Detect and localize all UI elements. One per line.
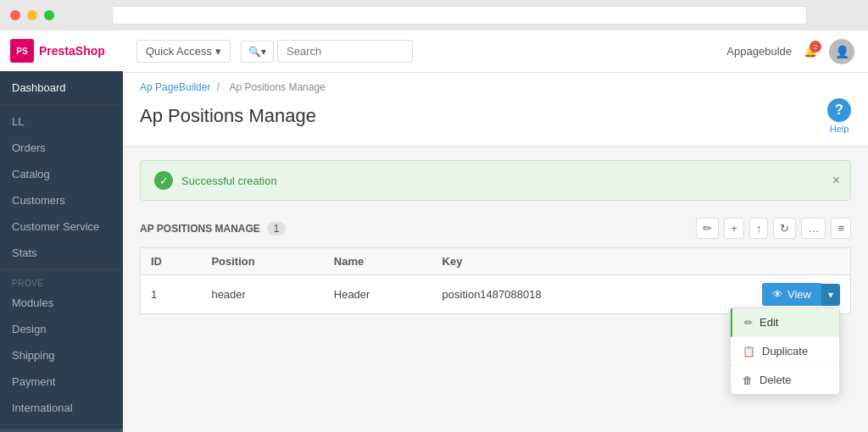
add-action-button[interactable]: + — [724, 218, 744, 239]
avatar[interactable]: 👤 — [829, 39, 854, 64]
sidebar-item-modules[interactable]: Modules — [0, 290, 123, 316]
sidebar-item-catalog[interactable]: Catalog — [0, 161, 123, 187]
upload-action-button[interactable]: ↑ — [749, 218, 769, 239]
sidebar-item-international[interactable]: International — [0, 395, 123, 421]
caret-down-icon: ▾ — [215, 45, 221, 58]
breadcrumb-separator: / — [217, 81, 223, 93]
breadcrumb-parent[interactable]: Ap PageBuilder — [140, 81, 210, 93]
sidebar-item-customer-service[interactable]: Customer Service — [0, 213, 123, 240]
sidebar-item-ap-pagebuilder[interactable]: Ap PageBuilder — [0, 429, 123, 432]
cell-position: header — [201, 275, 323, 314]
delete-dropdown-icon: 🗑 — [743, 374, 753, 386]
view-dropdown-toggle[interactable]: ▾ — [821, 284, 840, 306]
sidebar-item-stats[interactable]: Stats — [0, 240, 123, 266]
success-alert: ✓ Successful creation × — [140, 160, 851, 201]
table-title-row: AP POSITIONS MANAGE 1 — [140, 222, 286, 235]
titlebar — [0, 0, 868, 30]
view-label: View — [787, 288, 811, 301]
sidebar-item-design[interactable]: Design — [0, 316, 123, 342]
help-circle-icon: ? — [827, 98, 851, 122]
username-label: Appagebulde — [726, 45, 792, 58]
col-header-name: Name — [324, 248, 432, 275]
sidebar-item-orders[interactable]: Orders — [0, 135, 123, 161]
cell-name: Header — [324, 275, 432, 314]
dropdown-delete-label: Delete — [760, 374, 792, 386]
logo-text: PrestaShop — [39, 44, 105, 58]
positions-table: ID Position Name Key 1 header Header po — [140, 247, 851, 314]
edit-dropdown-icon: ✏ — [744, 317, 753, 329]
col-header-position: Position — [201, 248, 323, 275]
more-action-button[interactable]: … — [801, 218, 826, 239]
success-icon: ✓ — [154, 171, 173, 190]
search-area: 🔍▾ — [241, 40, 413, 63]
edit-action-button[interactable]: ✏ — [696, 218, 719, 239]
main-content: Quick Access ▾ 🔍▾ Appagebulde 🔔 2 👤 Ap P… — [123, 30, 868, 432]
notification-count: 2 — [810, 41, 821, 53]
help-label: Help — [830, 124, 849, 134]
list-action-button[interactable]: ≡ — [831, 218, 851, 239]
breadcrumb-current: Ap Positions Manage — [229, 81, 325, 93]
breadcrumb: Ap PageBuilder / Ap Positions Manage — [140, 81, 851, 93]
sidebar-section-prove: PROVE — [0, 274, 123, 290]
logo-icon: PS — [10, 39, 34, 63]
search-input[interactable] — [277, 40, 413, 63]
sidebar-item-customers[interactable]: Customers — [0, 187, 123, 213]
alert-message: Successful creation — [181, 174, 277, 187]
sidebar-item-ll[interactable]: LL — [0, 108, 123, 135]
maximize-button[interactable] — [44, 10, 54, 20]
content-header: Ap PageBuilder / Ap Positions Manage Ap … — [123, 73, 868, 147]
alert-close-button[interactable]: × — [832, 173, 840, 188]
sidebar: PS PrestaShop Dashboard LL Orders Catalo… — [0, 30, 123, 432]
duplicate-dropdown-icon: 📋 — [743, 346, 755, 357]
sidebar-nav: Dashboard LL Orders Catalog Customers Cu… — [0, 71, 123, 432]
view-btn-group: 👁 View ▾ ✏ Edit — [671, 283, 840, 306]
dropdown-duplicate-label: Duplicate — [762, 345, 808, 357]
row-dropdown-menu: ✏ Edit 📋 Duplicate 🗑 — [730, 307, 840, 395]
table-header-row: ID Position Name Key — [141, 248, 851, 275]
sidebar-item-dashboard[interactable]: Dashboard — [0, 75, 123, 101]
view-button[interactable]: 👁 View — [762, 283, 821, 306]
table-row: 1 header Header position1487088018 👁 Vie… — [141, 275, 851, 314]
app-layout: PS PrestaShop Dashboard LL Orders Catalo… — [0, 30, 868, 432]
url-bar[interactable] — [112, 6, 807, 25]
eye-icon: 👁 — [772, 288, 783, 301]
page-title: Ap Positions Manage — [140, 105, 316, 127]
dropdown-edit-label: Edit — [760, 316, 778, 329]
page-title-row: Ap Positions Manage ? Help — [140, 98, 851, 134]
topbar-right: Appagebulde 🔔 2 👤 — [726, 39, 854, 64]
sync-action-button[interactable]: ↻ — [773, 218, 796, 239]
sidebar-logo: PS PrestaShop — [0, 30, 123, 71]
cell-key: position1487088018 — [432, 275, 662, 314]
col-header-actions — [661, 248, 850, 275]
table-count-badge: 1 — [267, 222, 287, 235]
quick-access-button[interactable]: Quick Access ▾ — [136, 40, 231, 63]
quick-access-label: Quick Access — [146, 45, 212, 58]
dropdown-item-duplicate[interactable]: 📋 Duplicate — [731, 337, 839, 366]
notification-bell-button[interactable]: 🔔 2 — [804, 45, 817, 58]
content-body: ✓ Successful creation × AP POSITIONS MAN… — [123, 147, 868, 328]
dropdown-item-delete[interactable]: 🗑 Delete — [731, 366, 839, 394]
search-icon-button[interactable]: 🔍▾ — [241, 41, 274, 63]
col-header-key: Key — [432, 248, 662, 275]
dropdown-item-edit[interactable]: ✏ Edit — [731, 308, 839, 337]
sidebar-item-shipping[interactable]: Shipping — [0, 342, 123, 368]
topbar: Quick Access ▾ 🔍▾ Appagebulde 🔔 2 👤 — [123, 30, 868, 73]
minimize-button[interactable] — [27, 10, 37, 20]
table-title: AP POSITIONS MANAGE — [140, 223, 260, 235]
help-button[interactable]: ? Help — [827, 98, 851, 134]
cell-id: 1 — [141, 275, 202, 314]
table-actions: ✏ + ↑ ↻ … ≡ — [696, 218, 851, 239]
table-section-header: AP POSITIONS MANAGE 1 ✏ + ↑ ↻ … ≡ — [140, 218, 851, 239]
col-header-id: ID — [141, 248, 202, 275]
cell-actions: 👁 View ▾ ✏ Edit — [661, 275, 850, 314]
content-area: Ap PageBuilder / Ap Positions Manage Ap … — [123, 73, 868, 432]
sidebar-item-payment[interactable]: Payment — [0, 368, 123, 395]
close-button[interactable] — [10, 10, 20, 20]
